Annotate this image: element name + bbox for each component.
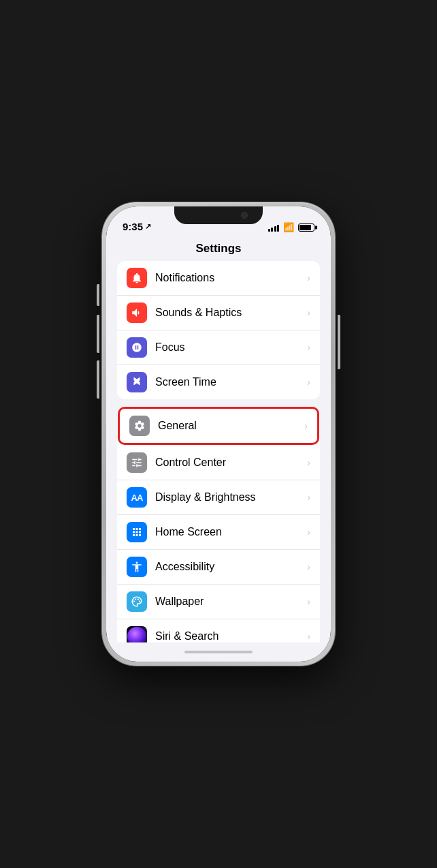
phone-frame: 9:35 ↗ 📶 Sett	[102, 202, 335, 666]
settings-group-1: Notifications › Sounds & Haptics ›	[117, 261, 320, 399]
settings-item-notifications[interactable]: Notifications ›	[117, 261, 320, 296]
controlcenter-chevron: ›	[307, 457, 310, 468]
settings-item-wallpaper[interactable]: Wallpaper ›	[117, 585, 320, 619]
status-time: 9:35 ↗	[123, 221, 151, 232]
home-bar	[184, 651, 253, 653]
screentime-label: Screen Time	[155, 376, 307, 388]
power-button[interactable]	[338, 315, 340, 369]
focus-label: Focus	[155, 341, 307, 354]
volume-down-button[interactable]	[97, 360, 99, 399]
wallpaper-label: Wallpaper	[155, 595, 307, 608]
location-icon: ↗	[145, 222, 151, 231]
notch	[174, 206, 263, 224]
signal-icon	[268, 223, 280, 232]
siri-label: Siri & Search	[155, 630, 307, 642]
signal-bar-1	[268, 229, 270, 232]
controlcenter-icon	[127, 452, 147, 473]
volume-up-button[interactable]	[97, 315, 99, 353]
page-title-bar: Settings	[106, 236, 331, 261]
signal-bar-4	[277, 225, 279, 232]
focus-icon	[127, 337, 147, 358]
settings-group-2: General › Control Center › AA Display & …	[117, 406, 320, 642]
wallpaper-chevron: ›	[307, 596, 310, 607]
settings-item-siri[interactable]: Siri & Search ›	[117, 619, 320, 642]
page-title: Settings	[117, 242, 320, 255]
sounds-chevron: ›	[307, 307, 310, 318]
svg-point-2	[137, 599, 139, 600]
camera	[241, 212, 248, 219]
homescreen-label: Home Screen	[155, 526, 307, 538]
homescreen-chevron: ›	[307, 527, 310, 538]
svg-point-1	[135, 599, 136, 600]
screentime-icon	[127, 372, 147, 392]
time-display: 9:35	[123, 221, 143, 232]
wifi-icon: 📶	[283, 222, 294, 232]
notifications-label: Notifications	[155, 272, 307, 284]
accessibility-chevron: ›	[307, 561, 310, 572]
siri-chevron: ›	[307, 631, 310, 642]
siri-ball	[127, 627, 146, 642]
settings-item-accessibility[interactable]: Accessibility ›	[117, 550, 320, 585]
displaybrightness-icon: AA	[127, 487, 147, 508]
svg-point-3	[139, 601, 140, 602]
svg-point-0	[133, 601, 135, 602]
focus-chevron: ›	[307, 342, 310, 353]
settings-item-controlcenter[interactable]: Control Center ›	[117, 446, 320, 480]
settings-item-general[interactable]: General ›	[118, 407, 319, 445]
displaybrightness-chevron: ›	[307, 492, 310, 503]
battery-fill	[300, 225, 311, 230]
sounds-icon	[127, 303, 147, 323]
settings-item-focus[interactable]: Focus ›	[117, 330, 320, 365]
signal-bar-2	[271, 228, 273, 232]
general-label: General	[158, 420, 304, 432]
accessibility-icon	[127, 557, 147, 577]
notifications-icon	[127, 268, 147, 288]
sounds-label: Sounds & Haptics	[155, 307, 307, 319]
general-icon	[129, 416, 150, 436]
home-indicator	[106, 642, 331, 662]
general-chevron: ›	[304, 420, 308, 431]
wallpaper-icon	[127, 591, 147, 612]
controlcenter-label: Control Center	[155, 456, 307, 469]
notifications-chevron: ›	[307, 273, 310, 283]
settings-scroll-area[interactable]: Notifications › Sounds & Haptics ›	[106, 261, 331, 642]
screen: 9:35 ↗ 📶 Sett	[106, 206, 331, 662]
mute-button[interactable]	[97, 284, 99, 306]
signal-bar-3	[274, 226, 276, 232]
displaybrightness-label: Display & Brightness	[155, 491, 307, 503]
status-icons: 📶	[268, 222, 315, 232]
battery-status-icon	[298, 223, 314, 232]
settings-item-screentime[interactable]: Screen Time ›	[117, 365, 320, 399]
settings-item-displaybrightness[interactable]: AA Display & Brightness ›	[117, 480, 320, 515]
homescreen-icon	[127, 522, 147, 542]
settings-item-homescreen[interactable]: Home Screen ›	[117, 515, 320, 550]
siri-icon	[127, 626, 147, 642]
phone-inner: 9:35 ↗ 📶 Sett	[106, 206, 331, 662]
settings-item-sounds[interactable]: Sounds & Haptics ›	[117, 296, 320, 330]
screentime-chevron: ›	[307, 377, 310, 388]
accessibility-label: Accessibility	[155, 561, 307, 573]
